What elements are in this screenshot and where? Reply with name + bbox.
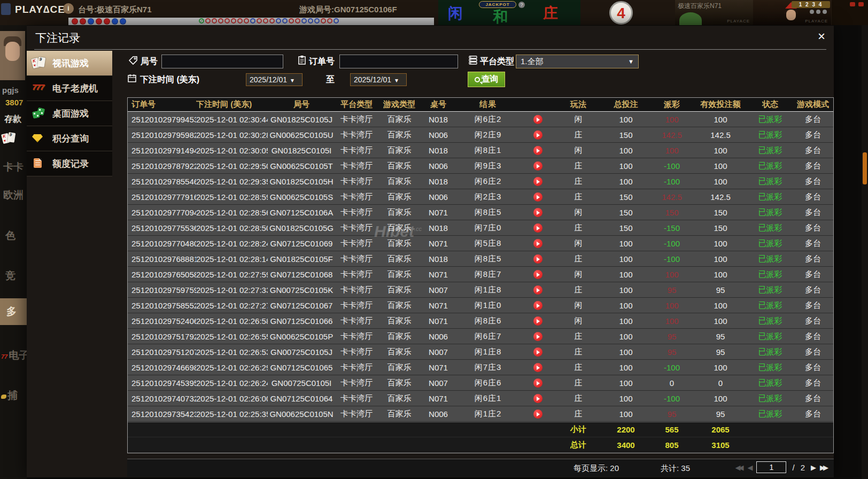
replay-button[interactable] (533, 363, 542, 372)
info-icon[interactable]: i (63, 3, 74, 14)
cell-game-mode: 多台 (793, 347, 833, 357)
cell-valid-bet: 0 (693, 378, 748, 388)
sidebar-item-桌面游戏[interactable]: 桌面游戏 (27, 101, 112, 126)
nav-item[interactable]: 竞 (5, 269, 15, 283)
cell-game-type: 百家乐 (378, 393, 421, 404)
platform-select[interactable]: 1.全部 ▼ (516, 55, 639, 68)
cell-table-no: N007 (421, 285, 456, 295)
sidebar-item-积分查询[interactable]: 积分查询 (27, 126, 112, 151)
replay-button[interactable] (533, 130, 542, 140)
cell-valid-bet: 150 (693, 208, 748, 217)
cell-order-no: 251201029765058 (128, 270, 196, 279)
jackpot-help-icon[interactable]: ? (518, 2, 525, 8)
cell-round-no: GN01825C0105F (268, 254, 335, 264)
replay-button[interactable] (533, 161, 542, 171)
bet-tie-button[interactable]: 和 (493, 7, 508, 27)
cell-status: 已派彩 (748, 145, 793, 156)
replay-button[interactable] (533, 192, 542, 202)
replay-button[interactable] (533, 301, 542, 310)
cell-side: 庄 (555, 362, 601, 373)
table-switch-numbers[interactable]: 1 2 3 4 (792, 1, 830, 8)
header-game-mode: 游戏模式 (793, 99, 833, 110)
cell-game-mode: 多台 (793, 254, 833, 264)
cell-result: 闲8庄6 (456, 316, 520, 326)
replay-button[interactable] (533, 177, 542, 186)
nav-item[interactable]: 欧洲 (3, 188, 24, 202)
cell-table-no: N006 (421, 161, 456, 171)
cell-result: 闲1庄8 (456, 347, 520, 357)
close-icon[interactable]: × (818, 30, 825, 43)
table-row: 2512010297959822025-12-01 02:30:28GN0062… (128, 127, 833, 143)
search-button[interactable]: 查询 (468, 72, 505, 87)
cell-order-no: 251201029770480 (128, 239, 196, 248)
replay-button[interactable] (533, 115, 542, 124)
deposit-link[interactable]: 存款 (4, 114, 21, 125)
brand-icon (1, 3, 11, 15)
cell-result: 闲7庄0 (456, 223, 520, 233)
sidebar-item-label: 额度记录 (52, 158, 89, 170)
replay-button[interactable] (533, 347, 542, 357)
replay-button[interactable] (533, 378, 542, 388)
order-filter-input[interactable] (339, 55, 458, 68)
bet-player-button[interactable]: 闲 (448, 3, 463, 24)
cell-side: 闲 (555, 238, 601, 249)
replay-button[interactable] (533, 285, 542, 295)
credit-record-icon (32, 157, 48, 170)
bead-icon (199, 18, 204, 24)
cell-bet-time: 2025-12-01 02:26:53 (196, 347, 268, 357)
replay-button[interactable] (533, 270, 542, 279)
cell-round-no: GN01825C0105H (268, 177, 335, 186)
user-avatar[interactable] (0, 31, 25, 80)
last-page-icon[interactable]: ▶▶ (820, 463, 826, 472)
replay-button[interactable] (533, 208, 542, 217)
scrollbar-thumb[interactable] (863, 152, 867, 184)
cell-status: 已派彩 (748, 114, 793, 125)
video-feed[interactable]: 极速百家乐N71 PLAYACE 1 2 3 4 PLAYACE (675, 0, 832, 25)
next-page-icon[interactable]: ▶ (811, 463, 814, 472)
replay-button[interactable] (533, 316, 542, 326)
replay-button[interactable] (533, 239, 542, 248)
replay-button[interactable] (533, 410, 542, 419)
cell-payout: 100 (650, 270, 693, 279)
cell-round-no: GN07125C01068 (268, 270, 335, 279)
date-from-select[interactable]: 2025/12/01▼ (246, 73, 303, 86)
top-bar: PLAY∆CE i 台号:极速百家乐N71 游戏局号:GN07125C0106F… (0, 0, 868, 25)
nav-item[interactable]: 色 (5, 229, 15, 243)
sidebar-item-视讯游戏[interactable]: K♥9视讯游戏 (27, 51, 112, 76)
sidebar-item-额度记录[interactable]: 额度记录 (27, 151, 112, 176)
page-number-input[interactable] (756, 461, 786, 473)
cell-replay (520, 145, 555, 156)
nav-item-fishing[interactable]: 捕 (1, 389, 18, 403)
cell-game-type: 百家乐 (378, 316, 421, 326)
sidebar-item-label: 视讯游戏 (52, 57, 89, 69)
header-platform: 平台类型 (335, 99, 378, 110)
nav-item-slots[interactable]: 77电子 (1, 349, 29, 362)
bet-banker-button[interactable]: 庄 (543, 3, 558, 24)
sidebar-item-电子老虎机[interactable]: 777电子老虎机 (27, 76, 112, 101)
nav-item[interactable]: 卡卡 (3, 160, 24, 174)
cell-order-no: 251201029785546 (128, 177, 196, 186)
replay-button[interactable] (533, 223, 542, 233)
page-scrollbar[interactable] (862, 25, 868, 479)
bead-icon (224, 18, 230, 24)
cell-side: 庄 (555, 223, 601, 233)
cell-order-no: 251201029745395 (128, 378, 196, 388)
cell-side: 庄 (555, 331, 601, 342)
replay-button[interactable] (533, 394, 542, 403)
cell-game-mode: 多台 (793, 285, 833, 295)
replay-button[interactable] (533, 146, 542, 155)
nav-item-active[interactable]: 多 (0, 298, 27, 325)
replay-button[interactable] (533, 254, 542, 264)
round-filter-input[interactable] (161, 55, 283, 68)
road-chip-icon (80, 18, 86, 25)
first-page-icon[interactable]: ◀◀ (735, 463, 741, 472)
video-title: 极速百家乐N71 (678, 2, 722, 11)
cell-status: 已派彩 (748, 300, 793, 311)
search-icon (475, 77, 480, 82)
prev-page-icon[interactable]: ◀ (747, 463, 750, 472)
replay-button[interactable] (533, 332, 542, 341)
table-header-row: 订单号下注时间 (美东)局号平台类型游戏类型桌号结果玩法总投注派彩有效投注额状态… (128, 98, 833, 112)
date-to-select[interactable]: 2025/12/01▼ (350, 73, 407, 86)
table-row: 2512010297704802025-12-01 02:28:24GN0712… (128, 236, 833, 251)
cell-game-type: 百家乐 (378, 409, 421, 419)
